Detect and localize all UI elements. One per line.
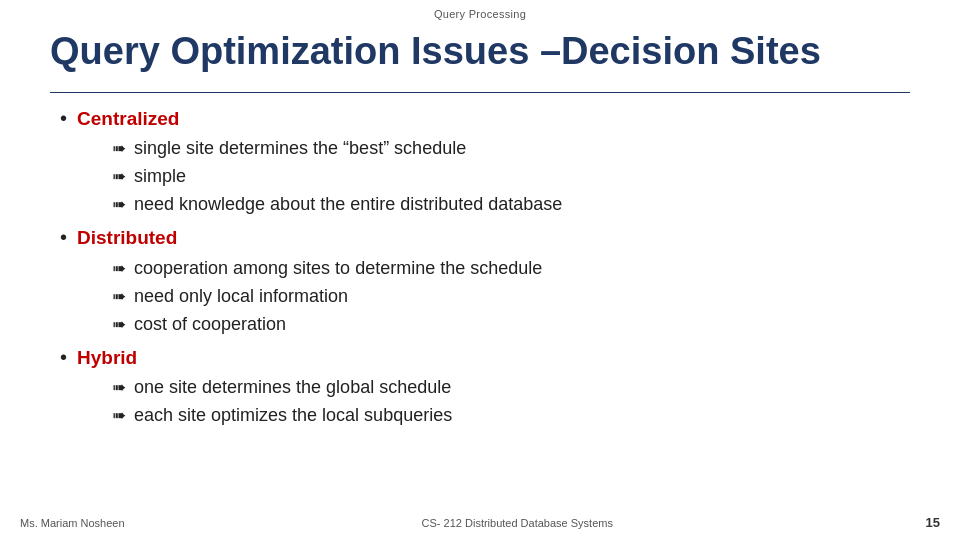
bullet-distributed-header: • Distributed	[60, 222, 900, 253]
sub-bullet-text: simple	[134, 163, 186, 190]
sub-bullet-text: one site determines the global schedule	[134, 374, 451, 401]
slide-title: Query Optimization Issues –Decision Site…	[0, 20, 960, 92]
hybrid-sub-bullets: ➠ one site determines the global schedul…	[112, 374, 900, 429]
arrow-icon: ➠	[112, 375, 126, 401]
title-divider	[50, 92, 910, 93]
bullet-centralized-label: Centralized	[77, 105, 179, 134]
list-item: ➠ need knowledge about the entire distri…	[112, 191, 900, 218]
bullet-hybrid: • Hybrid ➠ one site determines the globa…	[60, 342, 900, 430]
footer-page: 15	[910, 515, 940, 530]
bullet-distributed-label: Distributed	[77, 224, 177, 253]
distributed-sub-bullets: ➠ cooperation among sites to determine t…	[112, 255, 900, 338]
sub-bullet-text: cooperation among sites to determine the…	[134, 255, 542, 282]
list-item: ➠ each site optimizes the local subqueri…	[112, 402, 900, 429]
arrow-icon: ➠	[112, 136, 126, 162]
bullet-hybrid-header: • Hybrid	[60, 342, 900, 373]
list-item: ➠ one site determines the global schedul…	[112, 374, 900, 401]
bullet-dot-2: •	[60, 222, 67, 252]
arrow-icon: ➠	[112, 312, 126, 338]
footer: Ms. Mariam Nosheen CS- 212 Distributed D…	[0, 515, 960, 530]
sub-bullet-text: need only local information	[134, 283, 348, 310]
bullet-dot-3: •	[60, 342, 67, 372]
arrow-icon: ➠	[112, 164, 126, 190]
sub-bullet-text: single site determines the “best” schedu…	[134, 135, 466, 162]
footer-author: Ms. Mariam Nosheen	[20, 517, 125, 529]
list-item: ➠ simple	[112, 163, 900, 190]
bullet-distributed: • Distributed ➠ cooperation among sites …	[60, 222, 900, 338]
list-item: ➠ cost of cooperation	[112, 311, 900, 338]
sub-bullet-text: cost of cooperation	[134, 311, 286, 338]
arrow-icon: ➠	[112, 256, 126, 282]
list-item: ➠ single site determines the “best” sche…	[112, 135, 900, 162]
list-item: ➠ cooperation among sites to determine t…	[112, 255, 900, 282]
sub-bullet-text: each site optimizes the local subqueries	[134, 402, 452, 429]
list-item: ➠ need only local information	[112, 283, 900, 310]
footer-course: CS- 212 Distributed Database Systems	[125, 517, 910, 529]
centralized-sub-bullets: ➠ single site determines the “best” sche…	[112, 135, 900, 218]
bullet-dot-1: •	[60, 103, 67, 133]
arrow-icon: ➠	[112, 284, 126, 310]
arrow-icon: ➠	[112, 192, 126, 218]
bullet-centralized: • Centralized ➠ single site determines t…	[60, 103, 900, 219]
bullet-hybrid-label: Hybrid	[77, 344, 137, 373]
arrow-icon: ➠	[112, 403, 126, 429]
bullet-centralized-header: • Centralized	[60, 103, 900, 134]
sub-bullet-text: need knowledge about the entire distribu…	[134, 191, 562, 218]
top-label: Query Processing	[0, 0, 960, 20]
content-area: • Centralized ➠ single site determines t…	[0, 103, 960, 430]
slide: Query Processing Query Optimization Issu…	[0, 0, 960, 540]
